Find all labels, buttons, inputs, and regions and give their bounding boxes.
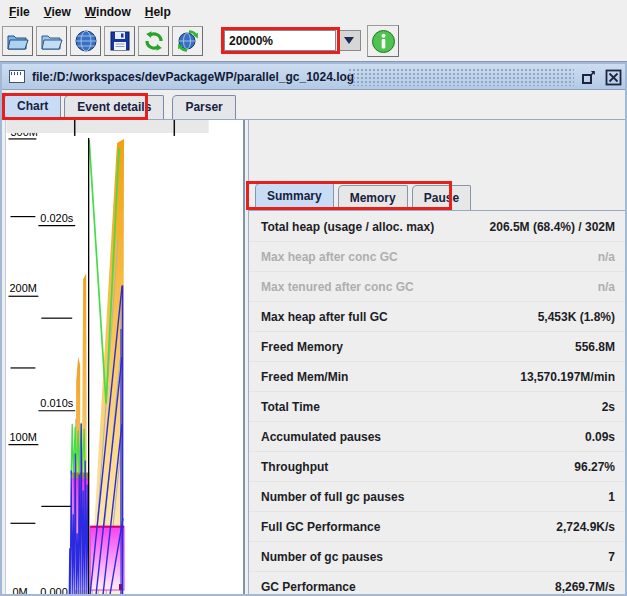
open-file-button[interactable] xyxy=(2,26,33,56)
tab-chart[interactable]: Chart xyxy=(4,94,61,119)
gc-chart-panel[interactable]: 300M 200M 100M 0M 0.020s 0.010s xyxy=(5,120,245,594)
model-details-panel: Summary Memory Pause Total heap (usage /… xyxy=(248,120,625,594)
menu-help[interactable]: Help xyxy=(140,2,180,22)
chevron-down-icon xyxy=(344,37,354,44)
watch-button[interactable] xyxy=(172,26,203,56)
tab-parser[interactable]: Parser xyxy=(172,95,235,119)
zoom-combobox-arrow[interactable] xyxy=(337,30,361,51)
metric-label: Total heap (usage / alloc. max) xyxy=(261,220,434,234)
metric-label: Freed Mem/Min xyxy=(261,370,348,384)
table-row: Number of gc pauses 7 xyxy=(249,542,625,572)
restore-icon xyxy=(581,69,597,85)
toolbar xyxy=(0,23,627,60)
tab-pause[interactable]: Pause xyxy=(412,185,471,210)
details-tabs: Summary Memory Pause xyxy=(255,183,471,210)
summary-table: Total heap (usage / alloc. max) 206.5M (… xyxy=(249,212,625,594)
time-label-010: 0.010s xyxy=(40,397,73,409)
metric-value: 13,570.197M/min xyxy=(520,370,615,384)
table-row: Max heap after conc GC n/a xyxy=(249,242,625,272)
metric-value: n/a xyxy=(598,280,615,294)
mem-label-200: 200M xyxy=(9,282,36,294)
metric-value: 8,269.7M/s xyxy=(555,580,615,594)
metric-value: n/a xyxy=(598,250,615,264)
metric-label: Full GC Performance xyxy=(261,520,380,534)
open-folder-icon xyxy=(40,30,64,52)
time-label-020: 0.020s xyxy=(40,212,73,224)
metric-value: 2s xyxy=(602,400,615,414)
metric-label: Number of gc pauses xyxy=(261,550,383,564)
tab-event-details[interactable]: Event details xyxy=(64,95,164,119)
gcviewer-app: { "menu": { "items": [ { "mnemonic": "F"… xyxy=(0,0,627,596)
metric-value: 5,453K (1.8%) xyxy=(538,310,615,324)
table-row: Throughput 96.27% xyxy=(249,452,625,482)
open-file-icon xyxy=(6,30,30,52)
save-icon xyxy=(109,30,131,52)
metric-label: Throughput xyxy=(261,460,328,474)
open-recent-button[interactable] xyxy=(36,26,67,56)
zoom-combobox-input[interactable] xyxy=(224,30,336,51)
tab-memory[interactable]: Memory xyxy=(338,185,408,210)
table-row: Max tenured after conc GC n/a xyxy=(249,272,625,302)
table-row: Total Time 2s xyxy=(249,392,625,422)
tab-summary[interactable]: Summary xyxy=(255,183,334,210)
about-button[interactable] xyxy=(367,25,399,57)
metric-label: Max heap after conc GC xyxy=(261,250,398,264)
watch-globe-refresh-icon xyxy=(176,29,200,53)
table-row: Freed Memory 556.8M xyxy=(249,332,625,362)
gc-chart: 300M 200M 100M 0M 0.020s 0.010s xyxy=(6,120,244,594)
window-icon xyxy=(9,70,25,83)
metric-value: 0.09s xyxy=(585,430,615,444)
metric-value: 7 xyxy=(608,550,615,564)
menu-view[interactable]: View xyxy=(39,2,80,22)
metric-value: 2,724.9K/s xyxy=(556,520,615,534)
details-tabs-separator xyxy=(249,210,625,211)
metric-label: Accumulated pauses xyxy=(261,430,381,444)
metric-label: Total Time xyxy=(261,400,320,414)
close-button[interactable] xyxy=(604,68,622,86)
metric-value: 206.5M (68.4%) / 302M xyxy=(490,220,615,234)
metric-label: Number of full gc pauses xyxy=(261,490,404,504)
restore-button[interactable] xyxy=(580,68,598,86)
chart-tab-content: 300M 200M 100M 0M 0.020s 0.010s xyxy=(2,120,625,594)
metric-value: 1 xyxy=(608,490,615,504)
table-row: Full GC Performance 2,724.9K/s xyxy=(249,512,625,542)
mem-label-100: 100M xyxy=(9,431,36,443)
table-row: Freed Mem/Min 13,570.197M/min xyxy=(249,362,625,392)
close-icon xyxy=(605,69,622,86)
time-label-000: 0.000 xyxy=(40,586,67,594)
log-window: file:/D:/workspaces/devPackageWP/paralle… xyxy=(0,62,627,596)
metric-value: 96.27% xyxy=(574,460,615,474)
menu-bar: File View Window Help xyxy=(0,0,627,23)
refresh-button[interactable] xyxy=(138,26,169,56)
titlebar-texture xyxy=(348,68,574,86)
open-url-globe-icon xyxy=(74,29,98,53)
window-title: file:/D:/workspaces/devPackageWP/paralle… xyxy=(32,70,354,84)
open-url-button[interactable] xyxy=(70,26,101,56)
menu-file[interactable]: File xyxy=(4,2,39,22)
table-row: Accumulated pauses 0.09s xyxy=(249,422,625,452)
table-row: Total heap (usage / alloc. max) 206.5M (… xyxy=(249,212,625,242)
window-titlebar[interactable]: file:/D:/workspaces/devPackageWP/paralle… xyxy=(2,64,625,90)
refresh-icon xyxy=(142,29,166,53)
metric-value: 556.8M xyxy=(575,340,615,354)
table-row: GC Performance 8,269.7M/s xyxy=(249,572,625,594)
chart-top-strip xyxy=(7,120,209,133)
metric-label: Freed Memory xyxy=(261,340,343,354)
metric-label: Max heap after full GC xyxy=(261,310,388,324)
mem-label-0: 0M xyxy=(12,586,27,594)
info-icon xyxy=(371,29,396,54)
metric-label: GC Performance xyxy=(261,580,356,594)
metric-label: Max tenured after conc GC xyxy=(261,280,414,294)
export-button[interactable] xyxy=(104,26,135,56)
table-row: Number of full gc pauses 1 xyxy=(249,482,625,512)
main-tabs: Chart Event details Parser xyxy=(4,94,236,119)
menu-window[interactable]: Window xyxy=(80,2,140,22)
table-row: Max heap after full GC 5,453K (1.8%) xyxy=(249,302,625,332)
